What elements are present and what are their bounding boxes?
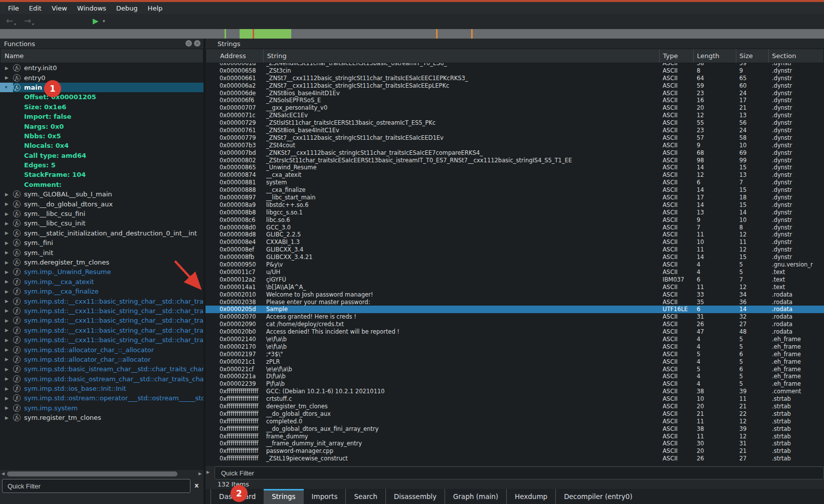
expand-caret-icon[interactable]: ▶ <box>0 230 13 235</box>
table-row[interactable]: 0x00000658 _ZSt3cin ASCII 8 9 .dynstr <box>205 67 824 75</box>
list-item[interactable]: ▶ ƒx sym.__libc_csu_fini <box>0 209 203 218</box>
expand-caret-icon[interactable]: ▶ <box>0 318 13 323</box>
memory-minimap[interactable] <box>0 29 824 39</box>
table-row[interactable]: 0x0000061d _ZSt4endlIcSt11char_traitsIcE… <box>205 63 824 67</box>
table-row[interactable]: 0xffffffffffffffff deregister_tm_clones … <box>205 403 824 410</box>
functions-quick-filter-input[interactable] <box>2 479 190 493</box>
list-item[interactable]: ▶ ƒi sym.imp.std::__cxx11::basic_string_… <box>0 296 203 306</box>
tab[interactable]: Decompiler (entry0) <box>555 489 641 504</box>
table-row[interactable]: 0x000008fb GLIBCXX_3.4.21 ASCII 14 15 .d… <box>205 254 824 261</box>
list-item[interactable]: ▶ ƒi sym.imp.std::__cxx11::basic_string_… <box>0 306 203 316</box>
debug-dropdown-icon[interactable]: ▾ <box>103 19 105 24</box>
list-item[interactable]: ▶ ƒx entry0 <box>0 73 203 82</box>
list-item[interactable]: ƒ Nargs: 0x0 <box>0 121 203 131</box>
scroll-right-icon[interactable]: ▶ <box>207 470 210 474</box>
expand-caret-icon[interactable]: ▶ <box>0 415 13 420</box>
list-item[interactable]: ▶ ƒi sym.imp._Unwind_Resume <box>0 267 203 277</box>
list-item[interactable]: ▶ ƒi sym.imp.__cxa_finalize <box>0 287 203 296</box>
list-item[interactable]: ▶ ƒi sym.imp.std::basic_ostream_char__st… <box>0 374 203 384</box>
menu-item[interactable]: Edit <box>24 4 47 13</box>
list-item[interactable]: ▶ ƒi sym.imp.std::__cxx11::basic_string_… <box>0 316 203 325</box>
list-item[interactable]: ▶ ƒi sym.imp.__cxa_atexit <box>0 277 203 287</box>
menu-item[interactable]: Help <box>143 4 168 13</box>
col-type[interactable]: Type <box>659 49 694 63</box>
table-row[interactable]: 0x000020b0 Access denied! This incident … <box>205 328 824 336</box>
expand-caret-icon[interactable]: ▶ <box>0 338 13 343</box>
table-row[interactable]: 0x00000802 _ZStrsIcSt11char_traitsIcESaI… <box>205 157 824 164</box>
col-section[interactable]: Section <box>768 49 823 63</box>
expand-caret-icon[interactable]: ▶ <box>0 299 13 304</box>
expand-caret-icon[interactable]: ▶ <box>0 376 13 381</box>
table-row[interactable]: 0x000006de _ZNSt8ios_base4InitD1Ev ASCII… <box>205 90 824 97</box>
list-item[interactable]: ▶ ƒx sym._GLOBAL__sub_I_main <box>0 189 203 199</box>
table-row[interactable]: 0x000008d0 GCC_3.0 ASCII 7 8 .dynstr <box>205 224 824 231</box>
table-row[interactable]: 0x00002070 Access granted! Here is creds… <box>205 313 824 321</box>
tab[interactable]: Strings <box>264 489 303 504</box>
list-item[interactable]: ▶ ƒx sym._init <box>0 247 203 257</box>
functions-column-header[interactable]: Name <box>0 49 203 63</box>
table-row[interactable]: 0xffffffffffffffff __do_global_dtors_aux… <box>205 425 824 433</box>
expand-caret-icon[interactable]: ▶ <box>0 201 13 206</box>
list-item[interactable]: ƒ Import: false <box>0 112 203 121</box>
table-row[interactable]: 0xffffffffffffffff completed.0 ASCII 11 … <box>205 418 824 425</box>
back-dropdown-icon[interactable]: ▾ <box>14 22 16 27</box>
table-row[interactable]: 0x0000071c _ZNSaIcEC1Ev ASCII 12 13 .dyn… <box>205 112 824 119</box>
table-row[interactable]: 0x000008ef GLIBCXX_3.4 ASCII 11 12 .dyns… <box>205 246 824 254</box>
expand-caret-icon[interactable]: ▶ <box>0 357 13 362</box>
scroll-right-icon[interactable]: ▶ <box>198 471 201 476</box>
quick-filter-clear-button[interactable]: x <box>194 481 198 489</box>
expand-caret-icon[interactable]: ▶ <box>0 308 13 313</box>
list-item[interactable]: ▶ ƒi sym.imp.std::__cxx11::basic_string_… <box>0 335 203 345</box>
table-row[interactable]: 0x000011c7 u/UH ASCII 4 5 .text <box>205 269 824 276</box>
expand-caret-icon[interactable]: ▶ <box>0 75 13 80</box>
table-row[interactable]: 0xffffffffffffffff __do_global_dtors_aux… <box>205 410 824 418</box>
list-item[interactable]: ▶ ƒx entry.init0 <box>0 63 203 73</box>
table-row[interactable]: 0x000008d8 GLIBC_2.2.5 ASCII 11 12 .dyns… <box>205 231 824 238</box>
table-row[interactable]: 0x000008e4 CXXABI_1.3 ASCII 10 11 .dynst… <box>205 238 824 246</box>
table-row[interactable]: 0x00000761 _ZNSt8ios_base4InitC1Ev ASCII… <box>205 127 824 134</box>
functions-hscrollbar[interactable]: ◀ ▶ <box>0 471 203 477</box>
debug-start-icon[interactable]: ▶ <box>93 17 99 26</box>
table-row[interactable]: 0x00002239 P\f\a\b ASCII 4 5 .eh_frame <box>205 380 824 388</box>
list-item[interactable]: ƒ Edges: 5 <box>0 160 203 170</box>
list-item[interactable]: ƒ Comment: <box>0 180 203 189</box>
col-length[interactable]: Length <box>693 49 736 63</box>
strings-quick-filter-input[interactable] <box>215 466 824 479</box>
table-row[interactable]: 0xffffffffffffffff _ZStL19piecewise_cons… <box>205 455 824 462</box>
table-row[interactable]: 0x00000897 __libc_start_main ASCII 17 18… <box>205 194 824 201</box>
scrollbar-thumb[interactable] <box>7 471 177 476</box>
expand-caret-icon[interactable]: ▶ <box>0 328 13 333</box>
list-item[interactable]: ƒ StackFrame: 104 <box>0 170 203 179</box>
list-item[interactable]: ▶ ƒi sym.imp.std::__cxx11::basic_string_… <box>0 326 203 335</box>
table-row[interactable]: 0x000008c6 libc.so.6 ASCII 9 10 .dynstr <box>205 216 824 224</box>
table-row[interactable]: 0x00002010 Welcome to Josh password mana… <box>205 291 824 299</box>
list-item[interactable]: ▶ ƒi sym.imp.system <box>0 403 203 413</box>
col-size[interactable]: Size <box>736 49 768 63</box>
list-item[interactable]: ƒ Offset: 0x00001205 <box>0 92 203 102</box>
table-row[interactable]: 0x00000881 system ASCII 6 7 .dynstr <box>205 179 824 186</box>
table-row[interactable]: 0x000012a2 çiGYFÙ IBM037 6 7 .text <box>205 276 824 284</box>
expand-caret-icon[interactable]: ▶ <box>0 260 13 265</box>
table-row[interactable]: 0xffffffffffffffff GCC: (Debian 10.2.1-6… <box>205 388 824 395</box>
table-row[interactable]: 0xffffffffffffffff crtstuff.c ASCII 10 1… <box>205 395 824 403</box>
list-item[interactable]: ▶ ƒi sym.imp.std::ios_base::Init::Init <box>0 384 203 393</box>
table-row[interactable]: 0x00000950 P&y\v ASCII 4 5 .gnu.version_… <box>205 261 824 269</box>
table-row[interactable]: 0x000007bd _ZNKSt7__cxx1112basic_stringI… <box>205 149 824 157</box>
list-item[interactable]: ▶ ƒi sym.imp.std::allocator_char_::_allo… <box>0 345 203 354</box>
expand-caret-icon[interactable]: ▶ <box>0 289 13 294</box>
table-row[interactable]: 0xffffffffffffffff password-manager.cpp … <box>205 447 824 455</box>
table-row[interactable]: 0x000008a9 libstdc++.so.6 ASCII 14 15 .d… <box>205 201 824 209</box>
expand-caret-icon[interactable]: ▶ <box>0 405 13 410</box>
tab[interactable]: Imports <box>304 489 346 504</box>
forward-dropdown-icon[interactable]: ▾ <box>32 22 34 27</box>
menu-item[interactable]: Windows <box>72 4 111 13</box>
table-row[interactable]: 0x00000865 _Unwind_Resume ASCII 14 15 .d… <box>205 164 824 171</box>
table-row[interactable]: 0xffffffffffffffff __frame_dummy_init_ar… <box>205 440 824 447</box>
expand-caret-icon[interactable]: ▶ <box>0 221 13 226</box>
tab[interactable]: Disassembly <box>385 489 445 504</box>
table-row[interactable]: 0x00000874 __cxa_atexit ASCII 12 13 .dyn… <box>205 171 824 179</box>
expand-caret-icon[interactable]: ▶ <box>0 66 13 71</box>
table-row[interactable]: 0x00002140 \e\f\a\b ASCII 4 5 .eh_frame <box>205 336 824 343</box>
expand-caret-icon[interactable]: ▶ <box>0 396 13 401</box>
table-row[interactable]: 0x00000661 _ZNSt7__cxx1112basic_stringIc… <box>205 75 824 82</box>
